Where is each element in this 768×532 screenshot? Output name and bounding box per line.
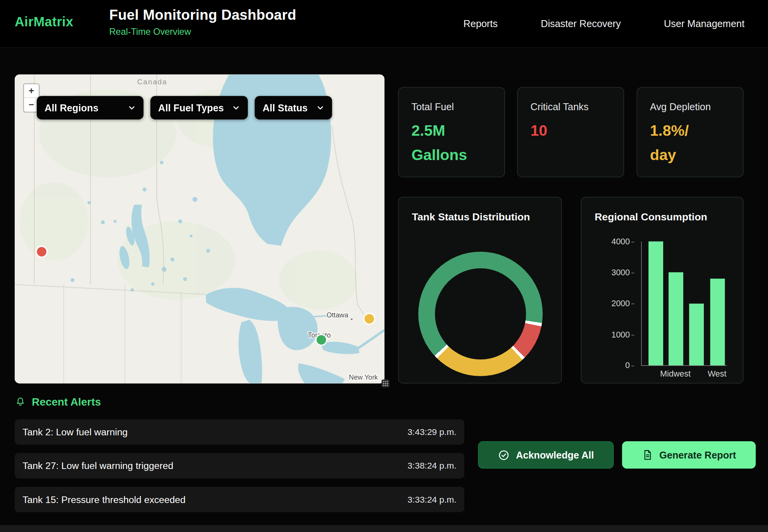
alert-time: 3:43:29 p.m. (408, 427, 457, 437)
critical-tanks-label: Critical Tanks (531, 101, 611, 113)
map-label-ottawa: Ottawa (326, 311, 348, 319)
avg-depletion-value: 1.8%/day (650, 119, 694, 167)
fuel-monitoring-dashboard: AirMatrix Fuel Monitoring Dashboard Real… (0, 0, 768, 532)
app-header: AirMatrix Fuel Monitoring Dashboard Real… (0, 0, 768, 48)
page-title: Fuel Monitoring Dashboard (109, 7, 296, 23)
consumption-bar (689, 304, 704, 365)
bell-icon (15, 396, 26, 408)
document-icon (642, 449, 653, 460)
status-filter-dropdown[interactable]: All Status (255, 96, 332, 119)
y-axis-tick: 3000 (610, 268, 634, 277)
alert-time: 3:38:24 p.m. (408, 460, 457, 471)
total-fuel-value: 2.5M Gallons (411, 119, 492, 167)
map-label-newyork: New York (349, 373, 378, 381)
brand-logo[interactable]: AirMatrix (15, 15, 73, 30)
regional-consumption-plot (641, 241, 727, 366)
map-resize-handle[interactable] (382, 380, 389, 387)
critical-tanks-card: Critical Tanks 10 (517, 87, 624, 177)
generate-report-label: Generate Report (659, 449, 736, 460)
map-filters: All Regions All Fuel Types All Status (37, 96, 332, 119)
chevron-down-icon (128, 104, 136, 112)
alert-row[interactable]: Tank 27: Low fuel warning triggered 3:38… (15, 453, 464, 479)
nav-disaster-recovery[interactable]: Disaster Recovery (541, 18, 621, 29)
check-circle-icon (498, 449, 510, 461)
alert-row[interactable]: Tank 15: Pressure threshold exceeded 3:3… (15, 487, 464, 512)
ottawa-city-dot (350, 318, 353, 321)
drag-dots-icon (382, 380, 388, 386)
critical-tanks-value: 10 (531, 119, 611, 143)
nav-user-management[interactable]: User Management (664, 18, 744, 29)
normal-tank-marker[interactable] (316, 334, 327, 345)
bottom-bar (0, 525, 768, 532)
regional-consumption-card: Regional Consumption 4000 3000 2000 1000… (581, 197, 744, 384)
x-axis-label-west: West (702, 369, 732, 379)
alert-message: Tank 27: Low fuel warning triggered (22, 460, 173, 471)
critical-tank-marker[interactable] (36, 246, 47, 257)
avg-depletion-label: Avg Depletion (650, 101, 730, 113)
chevron-down-icon (232, 104, 240, 112)
y-axis-tick: 1000 (610, 330, 634, 339)
tank-status-title: Tank Status Distribution (412, 211, 530, 223)
fuel-type-filter-label: All Fuel Types (158, 102, 224, 113)
x-axis-label-midwest: Midwest (656, 369, 695, 379)
alert-message: Tank 2: Low fuel warning (22, 426, 128, 438)
y-axis-tick: 4000 (610, 237, 634, 246)
y-axis-tick: 2000 (610, 299, 634, 308)
avg-depletion-card: Avg Depletion 1.8%/day (637, 87, 744, 177)
title-block: Fuel Monitoring Dashboard Real-Time Over… (109, 7, 296, 38)
generate-report-button[interactable]: Generate Report (622, 441, 756, 469)
warning-tank-marker[interactable] (364, 314, 375, 324)
alerts-header: Recent Alerts (15, 396, 101, 408)
status-filter-label: All Status (263, 102, 308, 113)
tank-status-card: Tank Status Distribution (398, 197, 562, 384)
region-filter-label: All Regions (44, 102, 98, 113)
total-fuel-card: Total Fuel 2.5M Gallons (398, 87, 505, 177)
y-axis-tick: 0 (610, 361, 634, 370)
alert-row[interactable]: Tank 2: Low fuel warning 3:43:29 p.m. (15, 419, 464, 445)
chevron-down-icon (316, 104, 324, 112)
alert-message: Tank 15: Pressure threshold exceeded (22, 494, 186, 505)
consumption-bar (710, 279, 725, 365)
donut-hole (435, 268, 526, 360)
acknowledge-all-label: Acknowledge All (516, 449, 594, 460)
page-subtitle: Real-Time Overview (109, 26, 296, 37)
fuel-type-filter-dropdown[interactable]: All Fuel Types (150, 96, 248, 119)
nav-reports[interactable]: Reports (463, 18, 498, 29)
main-nav: Reports Disaster Recovery User Managemen… (463, 0, 744, 48)
consumption-bar (649, 241, 663, 365)
map-canvas[interactable]: Canada Ottawa Toronto New York (15, 75, 384, 384)
consumption-bar (669, 273, 683, 365)
alerts-title: Recent Alerts (32, 396, 101, 408)
map-label-canada: Canada (137, 78, 167, 86)
total-fuel-label: Total Fuel (411, 101, 492, 113)
alert-time: 3:33:24 p.m. (408, 494, 457, 505)
regional-consumption-title: Regional Consumption (595, 211, 707, 223)
region-filter-dropdown[interactable]: All Regions (37, 96, 143, 119)
acknowledge-all-button[interactable]: Acknowledge All (478, 441, 614, 469)
map-panel[interactable]: Canada Ottawa Toronto New York + − All R… (15, 75, 384, 384)
